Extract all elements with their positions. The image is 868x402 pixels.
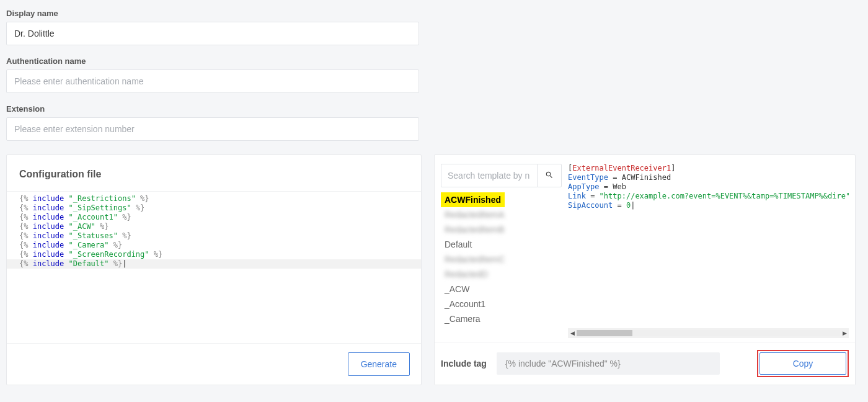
template-item[interactable]: RedactedD [441,267,559,282]
template-panel: ACWFinishedRedactedItemARedactedItemBDef… [434,154,856,385]
template-item[interactable]: RedactedItemB [441,222,559,237]
template-search-input[interactable] [441,164,537,187]
config-line[interactable]: {% include "Default" %} [7,259,421,269]
auth-name-label: Authentication name [6,56,862,66]
include-tag-label: Include tag [441,359,487,368]
search-icon [545,171,554,181]
config-line[interactable]: {% include "_Camera" %} [7,241,421,250]
template-item[interactable]: _Camera [441,311,559,326]
config-line[interactable]: {% include "_SipSettings" %} [7,203,421,213]
display-name-label: Display name [6,9,862,18]
config-line[interactable]: {% include "_Account1" %} [7,213,421,222]
extension-input[interactable] [6,117,419,141]
config-file-title: Configuration file [7,155,421,191]
copy-button[interactable]: Copy [760,352,846,375]
copy-button-highlight: Copy [757,350,849,377]
template-item[interactable]: Default [441,237,559,252]
template-item[interactable]: RedactedItemA [441,207,559,222]
auth-name-input[interactable] [6,69,419,93]
display-name-input[interactable] [6,22,419,45]
template-item[interactable]: RedactedItemC [441,252,559,267]
template-item[interactable]: _ACW [441,282,559,297]
config-file-panel: Configuration file {% include "_Restrict… [6,154,422,385]
config-line[interactable]: {% include "_ACW" %} [7,222,421,231]
template-preview-code[interactable]: [ExternalEventReceiver1] EventType = ACW… [568,164,849,328]
config-file-editor[interactable]: {% include "_Restrictions" %}{% include … [7,191,421,343]
config-line[interactable]: {% include "_ScreenRecording" %} [7,250,421,259]
template-list[interactable]: ACWFinishedRedactedItemARedactedItemBDef… [441,192,562,342]
config-line[interactable]: {% include "_Statuses" %} [7,231,421,241]
config-line[interactable]: {% include "_Restrictions" %} [7,194,421,203]
template-search-button[interactable] [537,164,562,187]
template-item[interactable]: ACWFinished [441,192,505,207]
extension-label: Extension [6,104,862,114]
include-tag-readout: {% include "ACWFinished" %} [497,352,720,375]
template-item[interactable]: _Account1 [441,297,559,311]
generate-button[interactable]: Generate [348,352,410,376]
preview-h-scrollbar[interactable]: ◀ ▶ [568,328,849,338]
